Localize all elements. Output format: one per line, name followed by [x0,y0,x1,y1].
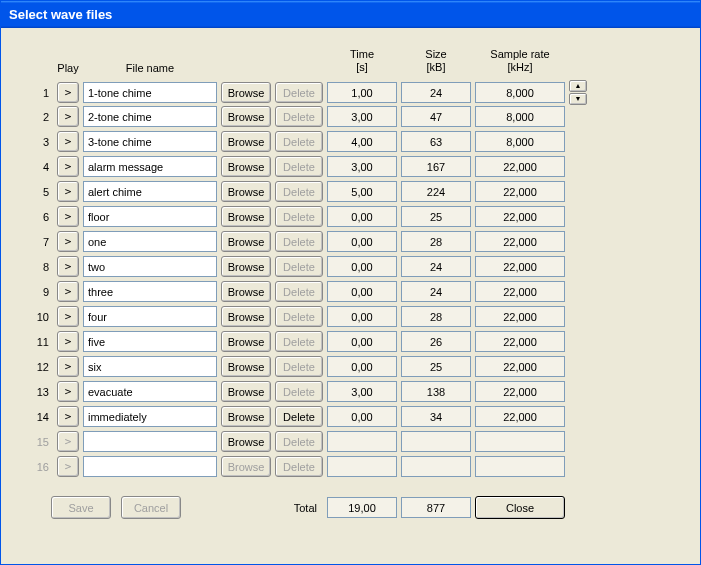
play-button[interactable]: > [57,281,79,302]
table-row: 7>BrowseDelete [29,230,672,253]
table-row: 9>BrowseDelete [29,280,672,303]
delete-button: Delete [275,106,323,127]
play-button[interactable]: > [57,331,79,352]
browse-button[interactable]: Browse [221,206,271,227]
row-number: 16 [29,461,53,473]
filename-input[interactable] [83,406,217,427]
play-button[interactable]: > [57,82,79,103]
browse-button[interactable]: Browse [221,281,271,302]
play-button[interactable]: > [57,381,79,402]
window-title: Select wave files [9,7,112,22]
rate-cell [475,231,565,252]
filename-input[interactable] [83,431,217,452]
filename-input[interactable] [83,156,217,177]
time-cell [327,256,397,277]
delete-button[interactable]: Delete [275,406,323,427]
size-cell [401,231,471,252]
filename-input[interactable] [83,281,217,302]
table-row: 13>BrowseDelete [29,380,672,403]
browse-button[interactable]: Browse [221,231,271,252]
play-button: > [57,431,79,452]
table-row: 10>BrowseDelete [29,305,672,328]
row-number: 6 [29,211,53,223]
play-button[interactable]: > [57,206,79,227]
row-number: 15 [29,436,53,448]
close-button[interactable]: Close [475,496,565,519]
play-button[interactable]: > [57,131,79,152]
rate-cell [475,82,565,103]
time-cell [327,82,397,103]
filename-input[interactable] [83,82,217,103]
filename-input[interactable] [83,356,217,377]
filename-input[interactable] [83,106,217,127]
table-row: 11>BrowseDelete [29,330,672,353]
table-row: 2>BrowseDelete [29,105,672,128]
spin-down-icon[interactable]: ▼ [569,93,587,105]
spin-up-icon[interactable]: ▲ [569,80,587,92]
browse-button[interactable]: Browse [221,306,271,327]
browse-button[interactable]: Browse [221,131,271,152]
browse-button[interactable]: Browse [221,406,271,427]
rate-cell [475,406,565,427]
play-button[interactable]: > [57,356,79,377]
browse-button[interactable]: Browse [221,256,271,277]
play-button[interactable]: > [57,256,79,277]
cancel-button: Cancel [121,496,181,519]
play-button[interactable]: > [57,231,79,252]
row-spinner: ▲▼ [569,80,593,105]
table-row: 14>BrowseDelete [29,405,672,428]
header-play: Play [57,62,79,74]
browse-button[interactable]: Browse [221,381,271,402]
browse-button[interactable]: Browse [221,331,271,352]
play-button[interactable]: > [57,106,79,127]
filename-input[interactable] [83,456,217,477]
browse-button[interactable]: Browse [221,82,271,103]
play-button[interactable]: > [57,181,79,202]
time-cell [327,456,397,477]
time-cell [327,406,397,427]
delete-button: Delete [275,381,323,402]
delete-button: Delete [275,181,323,202]
filename-input[interactable] [83,131,217,152]
delete-button: Delete [275,131,323,152]
row-number: 3 [29,136,53,148]
row-number: 13 [29,386,53,398]
time-cell [327,156,397,177]
play-button[interactable]: > [57,156,79,177]
titlebar: Select wave files [1,1,700,28]
filename-input[interactable] [83,256,217,277]
table-row: 12>BrowseDelete [29,355,672,378]
browse-button[interactable]: Browse [221,431,271,452]
filename-input[interactable] [83,381,217,402]
play-button[interactable]: > [57,306,79,327]
rate-cell [475,106,565,127]
delete-button: Delete [275,256,323,277]
time-cell [327,181,397,202]
rate-cell [475,281,565,302]
browse-button[interactable]: Browse [221,356,271,377]
time-cell [327,106,397,127]
time-cell [327,331,397,352]
filename-input[interactable] [83,206,217,227]
play-button[interactable]: > [57,406,79,427]
time-cell [327,231,397,252]
size-cell [401,256,471,277]
table-row: 4>BrowseDelete [29,155,672,178]
play-button: > [57,456,79,477]
header-time: Time[s] [327,48,397,74]
rate-cell [475,331,565,352]
rate-cell [475,381,565,402]
row-number: 14 [29,411,53,423]
size-cell [401,181,471,202]
rate-cell [475,431,565,452]
filename-input[interactable] [83,331,217,352]
filename-input[interactable] [83,231,217,252]
rate-cell [475,206,565,227]
rate-cell [475,156,565,177]
browse-button[interactable]: Browse [221,181,271,202]
table-row: 6>BrowseDelete [29,205,672,228]
filename-input[interactable] [83,306,217,327]
browse-button[interactable]: Browse [221,106,271,127]
browse-button[interactable]: Browse [221,156,271,177]
filename-input[interactable] [83,181,217,202]
